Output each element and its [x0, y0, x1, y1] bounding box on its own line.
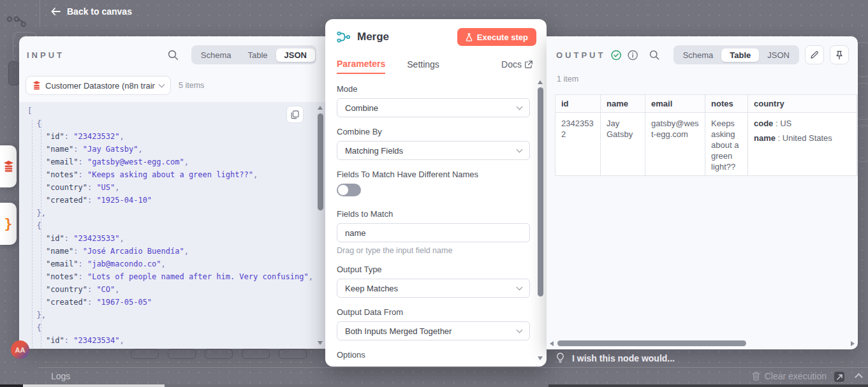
- table-cell: gatsby@west-egg.com: [645, 112, 705, 175]
- merge-node-dialog: Merge Execute step Parameters Settings D…: [325, 19, 547, 367]
- output-tab-table[interactable]: Table: [721, 48, 759, 62]
- wish-bar[interactable]: I wish this node would...: [556, 353, 675, 363]
- node-title: Merge: [357, 31, 457, 43]
- datastore-icon: [3, 161, 14, 172]
- footer-divider: [38, 367, 868, 368]
- input-tab-schema[interactable]: Schema: [193, 48, 240, 62]
- fields-to-match-label: Fields to Match: [337, 209, 530, 219]
- copy-icon: [291, 110, 299, 119]
- ghost-button: [242, 349, 270, 359]
- back-to-canvas-button[interactable]: Back to canvas: [51, 6, 132, 17]
- datastore-icon: [33, 81, 41, 90]
- output-search-icon[interactable]: [649, 50, 659, 61]
- input-json-view: [ { "id": "23423532", "name": "Jay Gatsb…: [19, 102, 325, 349]
- ghost-button: [168, 349, 196, 359]
- input-source-dropdown[interactable]: Customer Datastore (n8n train: [26, 76, 171, 95]
- execute-step-button[interactable]: Execute step: [457, 28, 536, 46]
- output-data-from-select[interactable]: Both Inputs Merged Together: [337, 321, 530, 340]
- parameters-form: Mode Combine Combine By Matching Fields …: [325, 77, 547, 361]
- options-section-label: Options: [337, 350, 530, 360]
- output-data-from-label: Output Data From: [337, 307, 530, 317]
- ghost-button: [205, 349, 233, 359]
- ghost-node: [8, 61, 20, 85]
- execute-step-label: Execute step: [477, 33, 528, 42]
- chevron-down-icon: [517, 103, 523, 110]
- input-search-icon[interactable]: [168, 50, 179, 61]
- input-tab-table[interactable]: Table: [240, 48, 276, 62]
- output-type-label: Output Type: [337, 265, 530, 274]
- column-header-id: id: [555, 95, 601, 112]
- column-header-email: email: [645, 95, 705, 112]
- input-vertical-scrollbar[interactable]: [317, 103, 324, 347]
- different-names-toggle[interactable]: [337, 184, 361, 196]
- pencil-icon: [810, 50, 819, 59]
- flask-icon: [466, 33, 473, 41]
- output-table-row[interactable]: 23423532Jay Gatsbygatsby@west-egg.comKee…: [555, 112, 857, 175]
- combine-by-label: Combine By: [337, 127, 530, 136]
- ghost-button: [279, 349, 307, 359]
- output-tab-json[interactable]: JSON: [759, 48, 798, 62]
- input-panel: INPUT Schema Table JSON Customer Datasto…: [19, 36, 325, 349]
- output-data-from-value: Both Inputs Merged Together: [345, 326, 452, 336]
- copy-json-button[interactable]: [286, 106, 304, 123]
- back-arrow-icon: [51, 8, 61, 15]
- different-names-label: Fields To Match Have Different Names: [337, 170, 530, 179]
- chevron-down-icon: [517, 146, 523, 152]
- tab-parameters[interactable]: Parameters: [337, 55, 385, 74]
- column-header-notes: notes: [705, 95, 748, 112]
- chevron-down-icon: [159, 81, 165, 87]
- input-panel-title: INPUT: [27, 50, 64, 60]
- info-icon[interactable]: [628, 50, 638, 61]
- mode-label: Mode: [337, 84, 530, 94]
- output-tab-schema[interactable]: Schema: [675, 48, 722, 62]
- mode-value: Combine: [345, 103, 378, 113]
- output-items-count: 1 item: [557, 75, 578, 84]
- tab-settings[interactable]: Settings: [407, 55, 439, 74]
- input-source-code-tab[interactable]: }: [0, 203, 17, 245]
- column-header-country: country: [748, 95, 857, 112]
- clear-execution-label: Clear execution: [765, 371, 827, 381]
- output-panel: OUTPUT Schema Table JSON 1 item idnameem…: [547, 36, 858, 349]
- pin-data-button[interactable]: [830, 45, 849, 64]
- external-link-icon: [525, 61, 533, 68]
- clear-execution-button[interactable]: Clear execution: [752, 371, 827, 381]
- docs-label: Docs: [501, 59, 522, 69]
- output-display-mode-tabs: Schema Table JSON: [673, 45, 799, 64]
- taskbar-segment: [165, 384, 548, 387]
- popout-icon[interactable]: [834, 372, 844, 382]
- chevron-down-icon: [517, 284, 523, 290]
- input-source-datastore-tab[interactable]: [0, 145, 17, 187]
- taskbar-segment: [0, 384, 23, 387]
- input-display-mode-tabs: Schema Table JSON: [191, 45, 316, 64]
- logs-label[interactable]: Logs: [51, 371, 70, 381]
- table-cell-country: code : USname : United States: [748, 112, 857, 175]
- combine-by-select[interactable]: Matching Fields: [337, 141, 530, 160]
- sidebar-edge-line: [40, 0, 40, 27]
- edit-output-button[interactable]: [805, 45, 824, 64]
- output-panel-title: OUTPUT: [556, 50, 605, 60]
- input-items-count: 5 items: [179, 81, 204, 90]
- brace-icon: }: [4, 216, 13, 231]
- back-to-canvas-label: Back to canvas: [67, 6, 132, 17]
- json-code[interactable]: [ { "id": "23423532", "name": "Jay Gatsb…: [27, 105, 313, 347]
- workflow-nodes-icon: [6, 10, 29, 32]
- avatar[interactable]: AA: [11, 340, 29, 359]
- input-source-label: Customer Datastore (n8n train: [45, 81, 155, 91]
- output-horizontal-scrollbar[interactable]: [548, 340, 856, 347]
- fields-to-match-hint: Drag or type the input field name: [337, 246, 530, 255]
- output-type-select[interactable]: Keep Matches: [337, 279, 530, 298]
- success-check-icon: [611, 50, 621, 61]
- output-table-head: idnameemailnotescountry: [555, 95, 857, 112]
- output-type-value: Keep Matches: [345, 284, 398, 293]
- taskbar-segment: [548, 384, 868, 387]
- chevron-down-icon: [517, 326, 523, 333]
- mode-select[interactable]: Combine: [337, 98, 530, 117]
- ghost-button: [131, 349, 159, 359]
- docs-link[interactable]: Docs: [501, 59, 533, 69]
- trash-icon: [752, 372, 760, 381]
- dialog-vertical-scrollbar[interactable]: [537, 79, 544, 361]
- merge-node-icon: [337, 31, 351, 43]
- output-table: idnameemailnotescountry 23423532Jay Gats…: [555, 94, 858, 176]
- fields-to-match-input[interactable]: [337, 223, 530, 242]
- input-tab-json[interactable]: JSON: [276, 48, 315, 62]
